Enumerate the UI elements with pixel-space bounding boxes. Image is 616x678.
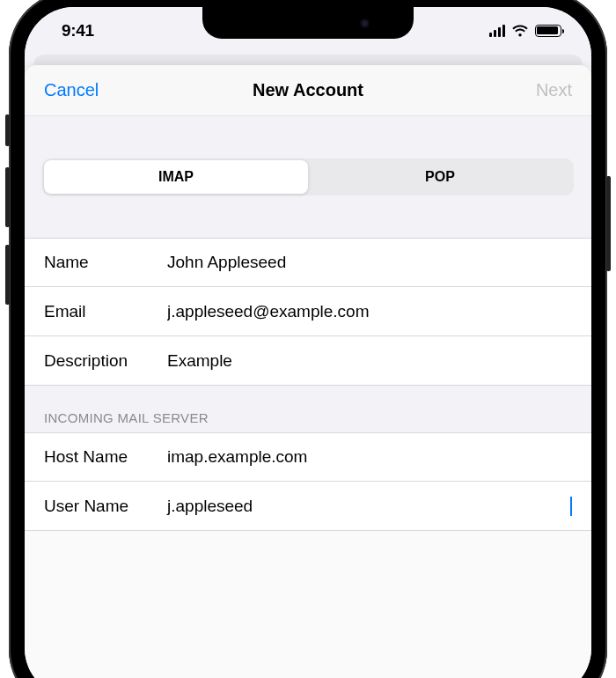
background-sheet-peek bbox=[33, 55, 583, 65]
wifi-icon bbox=[511, 25, 529, 38]
name-field[interactable] bbox=[167, 253, 572, 272]
front-camera-icon bbox=[360, 18, 370, 28]
segment-imap[interactable]: IMAP bbox=[44, 160, 308, 194]
email-row[interactable]: Email bbox=[25, 287, 591, 336]
status-time: 9:41 bbox=[62, 21, 94, 41]
modal-sheet: Cancel New Account Next IMAP POP bbox=[25, 65, 591, 678]
incoming-server-group: Host Name User Name j.appleseed bbox=[25, 432, 591, 531]
segment-pop[interactable]: POP bbox=[308, 160, 572, 194]
nav-bar: Cancel New Account Next bbox=[25, 65, 591, 116]
row-label: Description bbox=[44, 351, 167, 371]
account-info-group: Name Email Description bbox=[25, 238, 591, 386]
cancel-button[interactable]: Cancel bbox=[44, 80, 123, 100]
row-label: Name bbox=[44, 253, 167, 272]
incoming-server-header: Incoming Mail Server bbox=[25, 386, 591, 432]
user-name-field[interactable]: j.appleseed bbox=[167, 497, 572, 516]
silence-switch bbox=[5, 114, 10, 146]
notch bbox=[202, 7, 414, 39]
name-row[interactable]: Name bbox=[25, 238, 591, 287]
volume-down-button bbox=[5, 245, 10, 305]
next-button[interactable]: Next bbox=[493, 80, 572, 100]
cellular-icon bbox=[489, 25, 506, 37]
page-title: New Account bbox=[253, 80, 363, 100]
email-field[interactable] bbox=[167, 302, 572, 321]
volume-up-button bbox=[5, 167, 10, 227]
battery-icon bbox=[535, 25, 561, 37]
row-label: User Name bbox=[44, 497, 167, 516]
description-row[interactable]: Description bbox=[25, 336, 591, 386]
protocol-segmented-control[interactable]: IMAP POP bbox=[42, 158, 574, 195]
host-name-row[interactable]: Host Name bbox=[25, 432, 591, 482]
screen: 9:41 Cancel New Account Next bbox=[25, 7, 591, 678]
description-field[interactable] bbox=[167, 351, 572, 371]
row-label: Email bbox=[44, 302, 167, 321]
user-name-row[interactable]: User Name j.appleseed bbox=[25, 482, 591, 531]
row-label: Host Name bbox=[44, 447, 167, 467]
section-gap bbox=[25, 116, 591, 158]
device-frame: 9:41 Cancel New Account Next bbox=[9, 0, 607, 678]
power-button bbox=[606, 176, 611, 271]
host-name-field[interactable] bbox=[167, 447, 572, 467]
section-gap bbox=[25, 195, 591, 238]
